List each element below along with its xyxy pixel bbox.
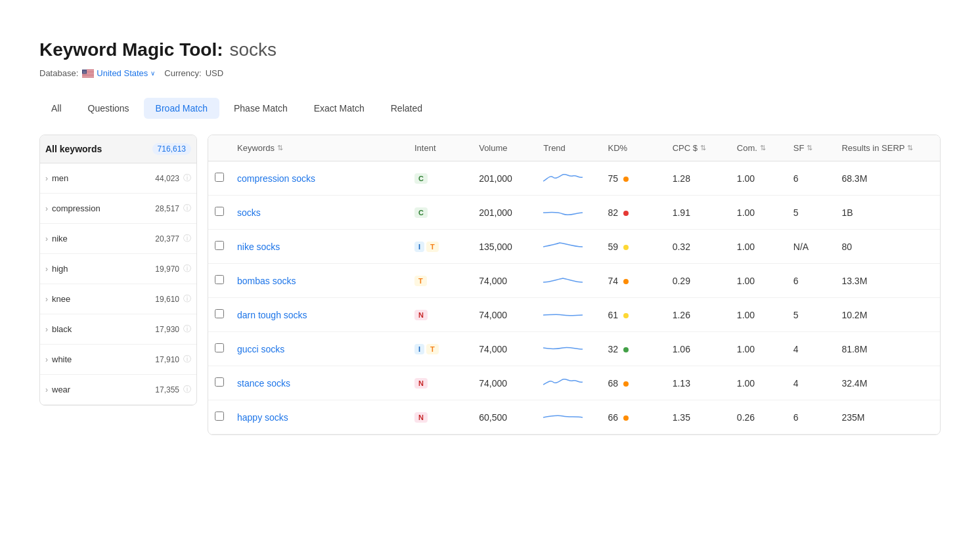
th-com[interactable]: Com. ⇅ (730, 135, 787, 161)
sidebar-item-men[interactable]: › men 44,023 ⓘ (40, 163, 196, 194)
svg-point-11 (86, 70, 87, 70)
intent-badge: T (426, 242, 439, 252)
th-keywords[interactable]: Keywords ⇅ (231, 135, 408, 161)
title-text: Keyword Magic Tool: (39, 39, 223, 60)
th-serp[interactable]: Results in SERP ⇅ (835, 135, 940, 161)
sidebar-item-count: 28,517 (155, 204, 179, 213)
kd-dot-icon (623, 177, 629, 182)
svg-point-22 (83, 73, 83, 74)
row-checkbox[interactable] (215, 377, 224, 387)
svg-point-23 (84, 73, 85, 74)
sf-cell: 4 (787, 332, 835, 366)
row-checkbox[interactable] (215, 343, 224, 352)
row-checkbox[interactable] (215, 241, 224, 250)
row-checkbox[interactable] (215, 309, 224, 318)
chevron-right-icon: › (45, 204, 48, 213)
serp-cell: 80 (835, 230, 940, 264)
keyword-link[interactable]: nike socks (237, 242, 280, 252)
row-checkbox-cell[interactable] (208, 264, 231, 298)
row-checkbox-cell[interactable] (208, 400, 231, 434)
currency-label: Currency: (164, 68, 201, 78)
keyword-link[interactable]: socks (237, 207, 261, 218)
row-checkbox-cell[interactable] (208, 196, 231, 230)
tab-phase-match[interactable]: Phase Match (222, 98, 300, 119)
keyword-cell: socks (231, 196, 408, 230)
kd-cell: 61 (602, 298, 666, 332)
row-checkbox[interactable] (215, 207, 224, 216)
sidebar-item-wear[interactable]: › wear 17,355 ⓘ (40, 375, 196, 405)
tab-all[interactable]: All (39, 98, 74, 119)
svg-point-13 (85, 70, 85, 71)
row-checkbox[interactable] (215, 275, 224, 284)
keyword-link[interactable]: stance socks (237, 378, 290, 389)
intent-badge: N (414, 378, 428, 389)
kd-cell: 32 (602, 332, 666, 366)
us-flag-icon (82, 70, 94, 77)
com-cell: 0.26 (730, 400, 787, 434)
tab-broad-match[interactable]: Broad Match (144, 98, 219, 119)
chevron-right-icon: › (45, 325, 48, 334)
sidebar-item-nike[interactable]: › nike 20,377 ⓘ (40, 224, 196, 254)
country-name: United States (97, 68, 148, 78)
sidebar-panel: All keywords 716,613 › men 44,023 ⓘ › co… (39, 135, 197, 406)
row-checkbox-cell[interactable] (208, 230, 231, 264)
keyword-link[interactable]: compression socks (237, 173, 315, 184)
sidebar-item-white[interactable]: › white 17,910 ⓘ (40, 345, 196, 375)
trend-cell (537, 230, 601, 264)
com-cell: 1.00 (730, 366, 787, 400)
cpc-cell: 1.28 (666, 161, 730, 196)
cpc-cell: 1.06 (666, 332, 730, 366)
svg-point-8 (83, 70, 83, 70)
chevron-right-icon: › (45, 355, 48, 364)
keyword-cell: compression socks (231, 161, 408, 196)
chevron-right-icon: › (45, 295, 48, 304)
trend-chart (543, 203, 583, 219)
row-checkbox[interactable] (215, 173, 224, 182)
search-keyword: socks (230, 39, 277, 60)
tab-related[interactable]: Related (379, 98, 434, 119)
info-icon: ⓘ (183, 233, 191, 244)
th-sf[interactable]: SF ⇅ (787, 135, 835, 161)
country-selector[interactable]: United States ∨ (82, 68, 155, 78)
trend-cell (537, 332, 601, 366)
row-checkbox-cell[interactable] (208, 161, 231, 196)
sidebar-item-compression[interactable]: › compression 28,517 ⓘ (40, 194, 196, 224)
svg-point-18 (86, 72, 87, 72)
sidebar-item-high[interactable]: › high 19,970 ⓘ (40, 254, 196, 284)
keyword-link[interactable]: gucci socks (237, 344, 284, 354)
trend-chart (543, 238, 583, 253)
row-checkbox-cell[interactable] (208, 366, 231, 400)
tab-exact-match[interactable]: Exact Match (302, 98, 376, 119)
keyword-link[interactable]: happy socks (237, 412, 288, 423)
intent-cell: C (408, 196, 472, 230)
th-cpc[interactable]: CPC $ ⇅ (666, 135, 730, 161)
row-checkbox-cell[interactable] (208, 332, 231, 366)
keyword-link[interactable]: darn tough socks (237, 310, 307, 320)
row-checkbox-cell[interactable] (208, 298, 231, 332)
keyword-link[interactable]: bombas socks (237, 276, 296, 286)
sidebar-item-label: men (52, 173, 68, 183)
com-cell: 1.00 (730, 298, 787, 332)
chevron-right-icon: › (45, 264, 48, 274)
currency-value: USD (206, 68, 223, 78)
th-intent: Intent (408, 135, 472, 161)
sidebar-rows: › men 44,023 ⓘ › compression 28,517 ⓘ › … (40, 163, 196, 405)
sidebar-item-count: 17,930 (155, 325, 179, 334)
intent-cell: IT (408, 230, 472, 264)
intent-badge: T (426, 344, 439, 354)
meta-row: Database: (39, 68, 941, 78)
svg-point-16 (84, 72, 85, 72)
svg-point-15 (83, 72, 83, 72)
sidebar-item-black[interactable]: › black 17,930 ⓘ (40, 314, 196, 345)
sidebar-item-label: high (52, 264, 68, 274)
table-row: compression socks C 201,000 75 1.28 1.00… (208, 161, 940, 196)
row-checkbox[interactable] (215, 412, 224, 421)
table-header-row: Keywords ⇅ Intent Volume Trend (208, 135, 940, 161)
cpc-cell: 1.13 (666, 366, 730, 400)
sidebar-item-knee[interactable]: › knee 19,610 ⓘ (40, 284, 196, 314)
serp-cell: 235M (835, 400, 940, 434)
sidebar-header-count: 716,613 (152, 143, 191, 155)
tab-questions[interactable]: Questions (76, 98, 141, 119)
keywords-sort-icon: ⇅ (277, 144, 283, 152)
trend-cell (537, 264, 601, 298)
